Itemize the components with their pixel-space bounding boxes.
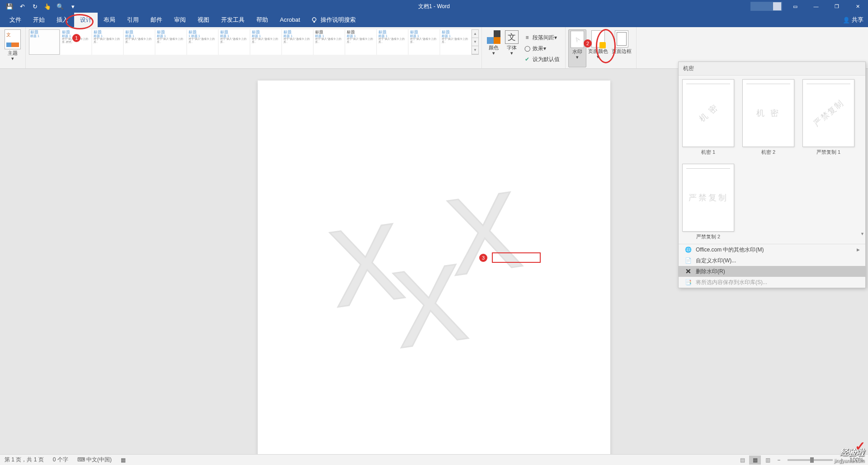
- dropdown-scroll-down-icon[interactable]: ▼: [860, 232, 864, 236]
- style-item[interactable]: 标题标题 1对于"插入"选项卡上的库..: [282, 29, 313, 55]
- para-spacing-icon: ≡: [524, 34, 531, 41]
- style-item[interactable]: 标题标题 1对于"插入"选项卡上的库..: [156, 29, 186, 55]
- chevron-right-icon: ▶: [857, 247, 860, 252]
- page-borders-button[interactable]: 页面边框: [610, 29, 633, 67]
- page-color-button[interactable]: 页面颜色▾: [586, 29, 610, 67]
- read-mode-button[interactable]: ▤: [736, 456, 748, 465]
- tab-layout[interactable]: 布局: [98, 13, 121, 27]
- tab-review[interactable]: 审阅: [168, 13, 192, 27]
- gallery-more-icon[interactable]: ▼: [472, 46, 478, 54]
- gallery-scroll[interactable]: ▲ ▼ ▼: [472, 29, 479, 55]
- page-background-group: 水印▾ 页面颜色▾ 页面边框: [566, 27, 637, 68]
- share-button[interactable]: 👤 共享: [843, 16, 863, 24]
- page-color-icon: [591, 30, 605, 47]
- tab-references[interactable]: 引用: [121, 13, 145, 27]
- watermark-option-confidential-1[interactable]: 机 密 机密 1: [682, 79, 734, 156]
- tab-insert[interactable]: 插入: [51, 13, 74, 27]
- title-bar: 💾 ↶ ↻ 👆 🔍 ▾ 文档1 - Word ▭ — ❐ ✕: [0, 0, 868, 13]
- language-status[interactable]: ⌨ 中文(中国): [77, 456, 112, 464]
- ribbon-display-options-button[interactable]: ▭: [785, 0, 806, 13]
- custom-watermark-item[interactable]: 📄 自定义水印(W)...: [679, 255, 865, 266]
- tab-design[interactable]: 设计: [74, 13, 98, 27]
- page-count[interactable]: 第 1 页，共 1 页: [5, 456, 44, 464]
- style-item[interactable]: 标题标题 1对于"插入"选项卡上的库..: [409, 29, 439, 55]
- document-formatting-gallery[interactable]: 标题标题 1 标题标题 1对于"插入"选项卡上的库..样式.. 标题标题 1对于…: [28, 28, 472, 56]
- brand-en-label: jingyanla.com: [834, 458, 864, 463]
- watermark-menu: 🌐 Office.com 中的其他水印(M)▶ 📄 自定义水印(W)... 🗙 …: [679, 244, 865, 288]
- brand-watermark: ✓ 经验啦 jingyanla.com: [834, 447, 864, 463]
- web-layout-button[interactable]: ▥: [762, 456, 774, 465]
- tab-mailings[interactable]: 邮件: [145, 13, 168, 27]
- avatar: [773, 2, 781, 10]
- status-bar: 第 1 页，共 1 页 0 个字 ⌨ 中文(中国) ▦ ▤ ▦ ▥ − + 10…: [0, 454, 868, 465]
- word-count[interactable]: 0 个字: [53, 456, 68, 464]
- zoom-slider[interactable]: [788, 459, 833, 461]
- style-item[interactable]: 标题标题 1对于"插入"选项卡上的库..: [440, 29, 471, 55]
- watermark-caption: 严禁复制 1: [816, 149, 840, 156]
- tab-developer[interactable]: 开发工具: [215, 13, 250, 27]
- keyboard-icon: ⌨: [77, 456, 85, 463]
- user-account[interactable]: [750, 2, 782, 11]
- style-item[interactable]: 标题标题 1对于"插入"选项卡上的库..: [124, 29, 155, 55]
- annotation-badge-1: 1: [72, 34, 80, 42]
- style-item[interactable]: 标题标题 1对于"插入"选项卡上的库..样式..: [61, 29, 91, 55]
- share-label: 共享: [852, 16, 863, 24]
- tab-home[interactable]: 开始: [27, 13, 51, 27]
- style-item[interactable]: 标题标题 1对于"插入"选项卡上的库..: [219, 29, 250, 55]
- print-layout-button[interactable]: ▦: [749, 456, 761, 465]
- zoom-out-button[interactable]: −: [774, 457, 783, 463]
- remove-watermark-item[interactable]: 🗙 删除水印(R): [679, 266, 865, 277]
- tab-file[interactable]: 文件: [4, 13, 27, 27]
- tab-help[interactable]: 帮助: [250, 13, 274, 27]
- paragraph-spacing-button[interactable]: ≡段落间距 ▾: [524, 33, 560, 43]
- ribbon-tabs: 文件 开始 插入 设计 布局 引用 邮件 审阅 视图 开发工具 帮助 Acrob…: [0, 13, 868, 27]
- window-title: 文档1 - Word: [418, 3, 450, 10]
- themes-group: 主题▾: [0, 27, 26, 68]
- tab-acrobat[interactable]: Acrobat: [274, 13, 306, 27]
- tab-view[interactable]: 视图: [192, 13, 215, 27]
- style-item[interactable]: 标题标题 1对于"插入"选项卡上的库..: [250, 29, 281, 55]
- effects-button[interactable]: ◯效果 ▾: [524, 43, 560, 53]
- formatting-options: 颜色▾ 文 字体▾ ≡段落间距 ▾ ◯效果 ▾ ✔设为默认值: [482, 27, 566, 68]
- office-icon: 🌐: [684, 246, 692, 253]
- check-icon: ✔: [524, 56, 531, 63]
- style-item[interactable]: 标题1 标题 1对于"插入"选项卡上的库..: [187, 29, 218, 55]
- svg-rect-1: [313, 21, 315, 23]
- watermark-option-nocopy-1[interactable]: 严禁复制 严禁复制 1: [802, 79, 854, 156]
- maximize-button[interactable]: ❐: [826, 0, 847, 13]
- save-button[interactable]: 💾: [4, 0, 15, 12]
- qat-more-button[interactable]: ▾: [67, 0, 79, 12]
- print-preview-button[interactable]: 🔍: [54, 0, 66, 12]
- watermark-caption: 严禁复制 2: [696, 233, 720, 240]
- watermark-dropdown: 机密 机 密 机密 1 机 密 机密 2 严禁复制 严禁复制 1 严禁复制 严禁…: [678, 62, 866, 288]
- redo-button[interactable]: ↻: [29, 0, 41, 12]
- gallery-up-icon[interactable]: ▲: [472, 30, 478, 38]
- quick-access-toolbar: 💾 ↶ ↻ 👆 🔍 ▾: [0, 0, 79, 12]
- watermark-option-nocopy-2[interactable]: 严禁复制 严禁复制 2: [682, 164, 734, 240]
- lightbulb-icon: [311, 16, 318, 24]
- custom-watermark-icon: 📄: [684, 257, 692, 264]
- style-item[interactable]: 标题标题 1: [29, 29, 60, 55]
- fonts-button[interactable]: 文 字体▾: [503, 29, 521, 67]
- watermark-option-confidential-2[interactable]: 机 密 机密 2: [742, 79, 794, 156]
- style-item[interactable]: 标题标题 1对于"插入"选项卡上的库..: [345, 29, 376, 55]
- gallery-down-icon[interactable]: ▼: [472, 38, 478, 46]
- close-button[interactable]: ✕: [847, 0, 868, 13]
- tell-me-search[interactable]: 操作说明搜索: [311, 16, 356, 24]
- macro-status[interactable]: ▦: [121, 457, 126, 463]
- watermark-thumb: 严禁复制: [682, 164, 734, 232]
- more-watermarks-office-item[interactable]: 🌐 Office.com 中的其他水印(M)▶: [679, 244, 865, 255]
- remove-watermark-icon: 🗙: [684, 268, 692, 275]
- minimize-button[interactable]: —: [806, 0, 826, 13]
- save-selection-watermark-item: 📑 将所选内容保存到水印库(S)...: [679, 277, 865, 288]
- undo-button[interactable]: ↶: [16, 0, 28, 12]
- style-item[interactable]: 标题标题 1对于"插入"选项卡上的库..: [92, 29, 123, 55]
- watermark-button[interactable]: 水印▾: [568, 29, 586, 67]
- set-default-button[interactable]: ✔设为默认值: [524, 54, 560, 64]
- style-item[interactable]: 标题标题 1对于"插入"选项卡上的库..: [314, 29, 344, 55]
- touch-mode-button[interactable]: 👆: [42, 0, 53, 12]
- document-page[interactable]: X X X: [258, 81, 610, 465]
- colors-button[interactable]: 颜色▾: [485, 29, 503, 67]
- themes-button[interactable]: 主题▾: [3, 28, 23, 66]
- style-item[interactable]: 标题标题 1对于"插入"选项卡上的库..: [377, 29, 408, 55]
